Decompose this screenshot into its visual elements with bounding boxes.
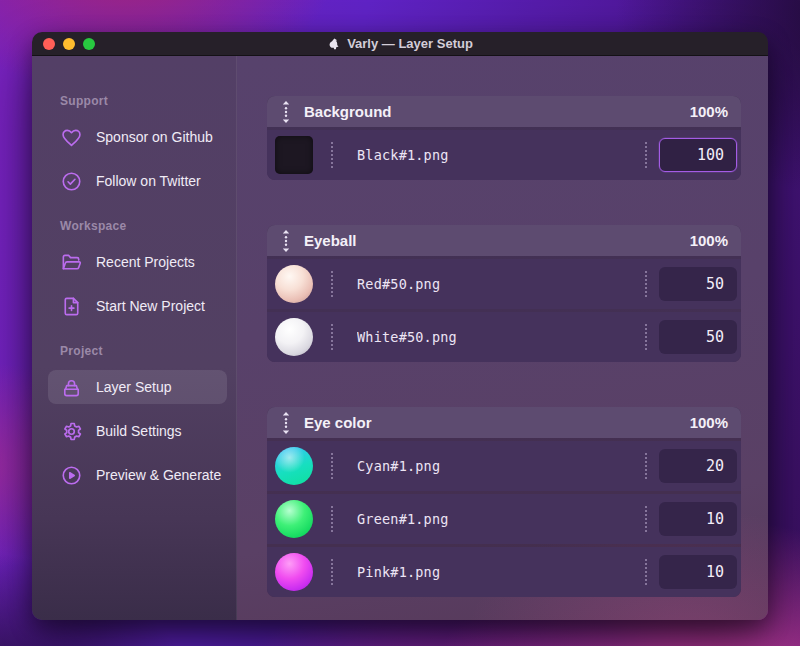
drag-handle-icon[interactable]	[281, 230, 291, 252]
dotted-divider	[331, 271, 333, 297]
layer-group-eye-color: Eye color100%Cyan#1.pngGreen#1.pngPink#1…	[267, 407, 741, 597]
sidebar-item-preview-generate[interactable]: Preview & Generate	[60, 462, 236, 488]
sidebar-item-build-settings[interactable]: Build Settings	[60, 418, 236, 444]
layer-list: Background100%Black#1.pngEyeball100%Red#…	[237, 56, 768, 620]
sidebar-section-workspace: WorkspaceRecent ProjectsStart New Projec…	[60, 219, 236, 319]
layer-weight-input[interactable]	[659, 267, 737, 301]
layers-icon	[60, 376, 83, 399]
sidebar-item-start-new-project[interactable]: Start New Project	[60, 293, 236, 319]
layer-row: White#50.png	[267, 312, 741, 362]
group-title: Eye color	[304, 414, 677, 431]
sidebar: SupportSponsor on GithubFollow on Twitte…	[32, 56, 237, 620]
window-body: SupportSponsor on GithubFollow on Twitte…	[32, 56, 768, 620]
traffic-lights	[43, 32, 95, 55]
layer-weight-input[interactable]	[659, 138, 737, 172]
drag-handle-icon[interactable]	[281, 412, 291, 434]
sidebar-item-label: Sponsor on Github	[96, 129, 213, 145]
sidebar-section-label: Support	[60, 94, 236, 108]
dotted-divider	[645, 142, 647, 168]
layer-filename: White#50.png	[357, 329, 627, 345]
group-weight: 100%	[690, 103, 728, 120]
window-title: Varly — Layer Setup	[327, 36, 473, 51]
layer-row: Green#1.png	[267, 494, 741, 544]
sidebar-item-label: Start New Project	[96, 298, 205, 314]
layer-weight-input[interactable]	[659, 449, 737, 483]
sidebar-item-layer-setup[interactable]: Layer Setup	[60, 374, 236, 400]
dotted-divider	[331, 453, 333, 479]
dotted-divider	[331, 324, 333, 350]
file-plus-icon	[60, 295, 83, 318]
app-window: Varly — Layer Setup SupportSponsor on Gi…	[32, 32, 768, 620]
group-title: Eyeball	[304, 232, 677, 249]
dotted-divider	[645, 559, 647, 585]
zoom-button[interactable]	[83, 38, 95, 50]
layer-thumbnail-white-ball	[275, 318, 313, 356]
layer-thumbnail-cyan-ball	[275, 447, 313, 485]
sidebar-item-label: Recent Projects	[96, 254, 195, 270]
sidebar-item-label: Preview & Generate	[96, 467, 221, 483]
sidebar-item-sponsor-on-github[interactable]: Sponsor on Github	[60, 124, 236, 150]
sidebar-item-label: Build Settings	[96, 423, 182, 439]
layer-thumbnail-green-ball	[275, 500, 313, 538]
group-header: Eye color100%	[267, 407, 741, 438]
sidebar-section-support: SupportSponsor on GithubFollow on Twitte…	[60, 94, 236, 194]
unicorn-icon	[327, 37, 341, 51]
heart-icon	[60, 126, 83, 149]
dotted-divider	[645, 453, 647, 479]
dotted-divider	[645, 506, 647, 532]
layer-row: Black#1.png	[267, 130, 741, 180]
folder-icon	[60, 251, 83, 274]
group-header: Background100%	[267, 96, 741, 127]
dotted-divider	[331, 142, 333, 168]
layer-row: Cyan#1.png	[267, 441, 741, 491]
titlebar[interactable]: Varly — Layer Setup	[32, 32, 768, 56]
layer-row: Red#50.png	[267, 259, 741, 309]
minimize-button[interactable]	[63, 38, 75, 50]
dotted-divider	[645, 271, 647, 297]
dotted-divider	[331, 506, 333, 532]
layer-filename: Pink#1.png	[357, 564, 627, 580]
group-weight: 100%	[690, 414, 728, 431]
group-header: Eyeball100%	[267, 225, 741, 256]
sidebar-item-label: Layer Setup	[96, 379, 172, 395]
sidebar-section-label: Project	[60, 344, 236, 358]
sidebar-section-label: Workspace	[60, 219, 236, 233]
layer-group-eyeball: Eyeball100%Red#50.pngWhite#50.png	[267, 225, 741, 362]
layer-weight-input[interactable]	[659, 502, 737, 536]
layer-filename: Red#50.png	[357, 276, 627, 292]
layer-thumbnail-pink-ball	[275, 553, 313, 591]
gear-icon	[60, 420, 83, 443]
layer-thumbnail-black-square	[275, 136, 313, 174]
layer-filename: Green#1.png	[357, 511, 627, 527]
drag-handle-icon[interactable]	[281, 101, 291, 123]
layer-group-background: Background100%Black#1.png	[267, 96, 741, 180]
group-weight: 100%	[690, 232, 728, 249]
layer-row: Pink#1.png	[267, 547, 741, 597]
sidebar-item-label: Follow on Twitter	[96, 173, 201, 189]
dotted-divider	[645, 324, 647, 350]
close-button[interactable]	[43, 38, 55, 50]
dotted-divider	[331, 559, 333, 585]
layer-filename: Black#1.png	[357, 147, 627, 163]
sidebar-item-recent-projects[interactable]: Recent Projects	[60, 249, 236, 275]
play-circle-icon	[60, 464, 83, 487]
layer-filename: Cyan#1.png	[357, 458, 627, 474]
check-circle-icon	[60, 170, 83, 193]
sidebar-section-project: ProjectLayer SetupBuild SettingsPreview …	[60, 344, 236, 488]
layer-thumbnail-red-ball	[275, 265, 313, 303]
sidebar-item-follow-on-twitter[interactable]: Follow on Twitter	[60, 168, 236, 194]
layer-weight-input[interactable]	[659, 555, 737, 589]
group-title: Background	[304, 103, 677, 120]
layer-weight-input[interactable]	[659, 320, 737, 354]
window-title-text: Varly — Layer Setup	[347, 36, 473, 51]
